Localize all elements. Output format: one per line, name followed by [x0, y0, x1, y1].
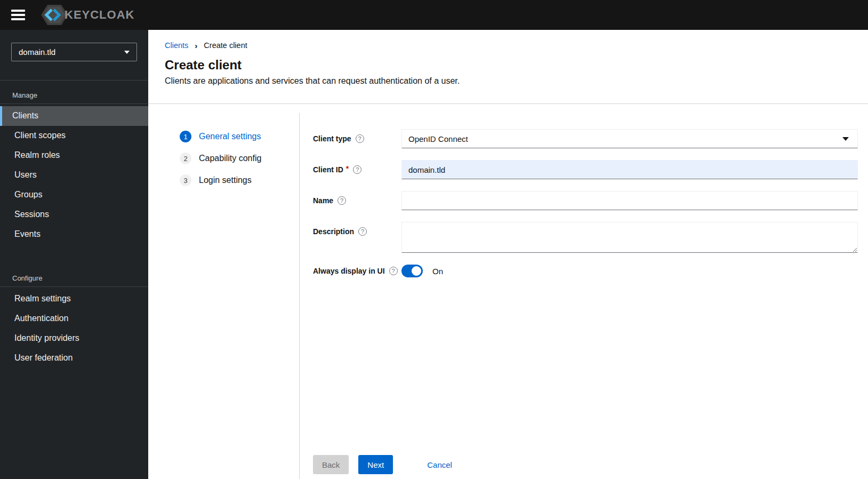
page-subtitle: Clients are applications and services th…	[165, 76, 852, 86]
back-button[interactable]: Back	[313, 455, 349, 474]
wizard-step-capability-config[interactable]: 2 Capability config	[180, 153, 261, 164]
nav-section-manage: Manage	[0, 81, 148, 103]
always-display-toggle[interactable]	[401, 265, 423, 277]
breadcrumb-current: Create client	[204, 41, 247, 50]
sidebar-item-client-scopes[interactable]: Client scopes	[0, 126, 148, 146]
step-number-badge: 3	[180, 174, 191, 186]
masthead: KEYCLOAK	[0, 0, 868, 30]
keycloak-admin-console: KEYCLOAK domain.tld Manage Clients Clien…	[0, 0, 868, 479]
client-id-row: Client ID * ?	[313, 160, 858, 179]
nav-section-configure: Configure	[0, 264, 148, 286]
always-display-row: Always display in UI ? On	[313, 265, 858, 277]
client-type-row: Client type ? OpenID Connect	[313, 129, 858, 148]
step-number-badge: 2	[180, 153, 191, 164]
description-textarea[interactable]	[401, 222, 858, 253]
name-help-icon[interactable]: ?	[337, 196, 346, 205]
required-asterisk: *	[346, 164, 349, 173]
always-display-label: Always display in UI ?	[313, 267, 401, 275]
sidebar-item-users[interactable]: Users	[0, 165, 148, 185]
client-id-input[interactable]	[401, 160, 858, 179]
name-input[interactable]	[401, 191, 858, 210]
wizard-step-general-settings[interactable]: 1 General settings	[180, 131, 261, 142]
step-number-badge: 1	[180, 131, 191, 142]
sidebar-item-sessions[interactable]: Sessions	[0, 205, 148, 225]
next-button[interactable]: Next	[358, 455, 393, 474]
client-id-label: Client ID * ?	[313, 160, 401, 174]
always-display-help-icon[interactable]: ?	[389, 267, 398, 275]
wizard-step-login-settings[interactable]: 3 Login settings	[180, 174, 252, 186]
cancel-button[interactable]: Cancel	[427, 455, 452, 474]
sidebar-item-realm-roles[interactable]: Realm roles	[0, 146, 148, 165]
wizard-form-panel: Client type ? OpenID Connect Client ID *	[299, 113, 868, 479]
keycloak-logo: KEYCLOAK	[40, 4, 134, 26]
toggle-knob	[412, 266, 421, 276]
sidebar-item-clients[interactable]: Clients	[0, 106, 148, 126]
main-content: Clients › Create client Create client Cl…	[148, 30, 868, 479]
caret-down-icon	[842, 137, 849, 141]
nav-toggle-hamburger-icon[interactable]	[11, 9, 25, 21]
description-row: Description ?	[313, 222, 858, 253]
sidebar-item-user-federation[interactable]: User federation	[0, 348, 148, 368]
description-help-icon[interactable]: ?	[358, 227, 367, 236]
name-row: Name ?	[313, 191, 858, 210]
sidebar-item-events[interactable]: Events	[0, 225, 148, 244]
description-label: Description ?	[313, 222, 401, 236]
sidebar-item-groups[interactable]: Groups	[0, 185, 148, 205]
create-client-wizard: 1 General settings 2 Capability config 3…	[148, 113, 868, 479]
page-header: Clients › Create client Create client Cl…	[148, 30, 868, 104]
client-id-help-icon[interactable]: ?	[353, 165, 361, 174]
brand-text: KEYCLOAK	[65, 8, 134, 22]
sidebar-item-realm-settings[interactable]: Realm settings	[0, 289, 148, 309]
realm-selector-value: domain.tld	[19, 47, 55, 57]
keycloak-logo-icon	[40, 4, 68, 26]
toggle-state-label: On	[432, 267, 443, 276]
sidebar-nav: Manage Clients Client scopes Realm roles…	[0, 81, 148, 368]
page-title: Create client	[165, 58, 852, 73]
wizard-footer: Back Next Cancel	[313, 444, 858, 474]
client-type-select[interactable]: OpenID Connect	[401, 129, 858, 148]
client-type-selected-value: OpenID Connect	[408, 134, 468, 143]
name-label: Name ?	[313, 191, 401, 205]
breadcrumb-link-clients[interactable]: Clients	[165, 41, 188, 50]
wizard-nav: 1 General settings 2 Capability config 3…	[148, 113, 299, 479]
sidebar-item-authentication[interactable]: Authentication	[0, 309, 148, 329]
sidebar-item-identity-providers[interactable]: Identity providers	[0, 329, 148, 348]
realm-selector-section: domain.tld	[0, 30, 148, 81]
realm-selector[interactable]: domain.tld	[11, 43, 137, 61]
caret-down-icon	[124, 51, 130, 54]
client-type-label: Client type ?	[313, 129, 401, 143]
sidebar: domain.tld Manage Clients Client scopes …	[0, 30, 148, 479]
client-type-help-icon[interactable]: ?	[356, 134, 364, 143]
breadcrumb-separator-icon: ›	[195, 42, 197, 50]
breadcrumb: Clients › Create client	[165, 41, 852, 50]
